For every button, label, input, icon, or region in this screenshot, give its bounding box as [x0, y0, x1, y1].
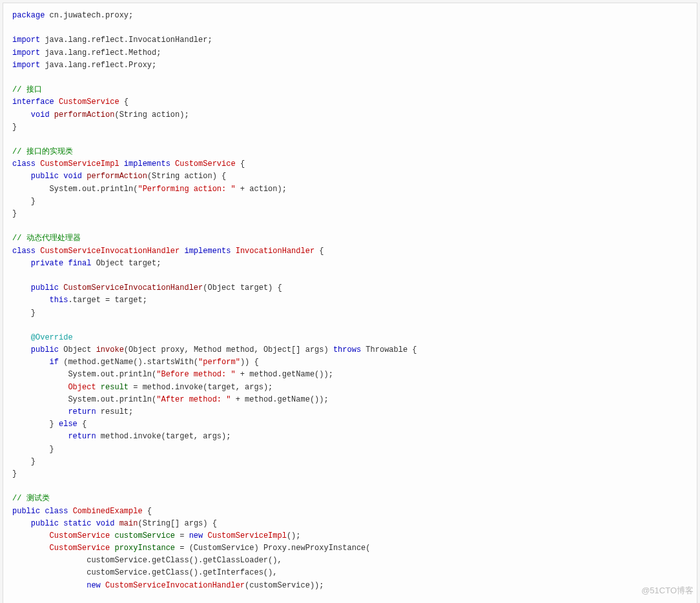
code-token: CustomServiceImpl	[207, 531, 286, 540]
code-token: private	[31, 259, 63, 268]
code-token: )) {	[240, 358, 259, 367]
code-token: class	[12, 247, 36, 256]
code-token	[12, 296, 50, 305]
code-token: System.out.println(	[12, 395, 156, 404]
code-token: main	[119, 519, 138, 528]
code-token: (String action);	[114, 110, 189, 119]
code-token: Object	[59, 345, 96, 354]
code-token: =	[175, 531, 189, 540]
code-token	[68, 507, 72, 516]
code-token: ();	[287, 531, 301, 540]
code-token: }	[12, 209, 17, 218]
code-token	[54, 97, 59, 107]
code-token: public	[12, 507, 40, 516]
code-token	[170, 159, 175, 169]
code-token	[12, 531, 50, 540]
code-token: performAction	[87, 172, 147, 181]
code-token: }	[12, 445, 54, 454]
code-token: void	[96, 519, 115, 528]
code-token: "After method: "	[156, 395, 231, 404]
code-token: }	[12, 457, 36, 466]
code-token	[12, 383, 68, 392]
code-token	[119, 159, 124, 169]
code-token: else	[59, 420, 77, 429]
code-token: if	[50, 358, 59, 367]
code-token: new	[189, 531, 203, 540]
code-token	[231, 247, 235, 256]
code-token: this	[50, 296, 68, 305]
code-token	[12, 432, 68, 441]
code-token: CustomService	[59, 97, 119, 107]
code-token: "perform"	[198, 358, 240, 367]
code-token: (Object target) {	[203, 283, 282, 292]
code-token: public	[31, 172, 59, 181]
code-token	[12, 581, 87, 590]
code-token: Object	[68, 383, 96, 392]
code-token: implements	[184, 247, 231, 256]
code-token: {	[119, 97, 129, 107]
code-token: void	[63, 172, 82, 181]
code-token: throws	[333, 345, 361, 354]
code-token	[12, 407, 68, 416]
code-token: + method.getName());	[231, 395, 328, 404]
code-token	[12, 110, 31, 119]
code-token: (customService));	[245, 581, 324, 590]
code-token: CustomService	[50, 531, 110, 540]
code-token	[12, 519, 31, 528]
code-token	[12, 345, 31, 354]
code-token: public	[31, 283, 59, 292]
code-token: return	[68, 407, 96, 416]
code-token: Object target;	[91, 259, 161, 268]
code-token: java.lang.reflect.Method;	[40, 48, 161, 57]
code-token: CustomServiceImpl	[40, 159, 119, 169]
code-token: }	[12, 420, 59, 429]
code-token: customService.getClass().getClassLoader(…	[12, 556, 282, 565]
code-token: CustomServiceInvocationHandler	[63, 283, 203, 292]
code-token: @Override	[31, 333, 73, 342]
code-token: {	[236, 159, 245, 169]
code-token: java.lang.reflect.Proxy;	[40, 61, 156, 70]
code-token: class	[45, 507, 68, 516]
code-token: = method.invoke(target, args);	[129, 383, 273, 392]
code-token: performAction	[54, 110, 115, 119]
code-token: (Object proxy, Method method, Object[] a…	[124, 345, 333, 354]
code-token: package	[12, 11, 45, 20]
code-token: cn.juwatech.proxy;	[45, 11, 133, 20]
code-token	[12, 358, 50, 367]
code-token: import	[12, 61, 40, 70]
code-token	[12, 544, 50, 553]
code-token: result	[101, 383, 129, 392]
code-token: void	[31, 110, 50, 119]
code-token: // 接口	[12, 85, 42, 94]
code-token: result;	[96, 407, 134, 416]
code-token: (method.getName().startsWith(	[59, 358, 198, 367]
code-token: }	[12, 469, 17, 478]
code-token: {	[77, 420, 87, 429]
code-token: "Before method: "	[156, 370, 235, 379]
code-token: invoke	[96, 345, 124, 354]
code-token	[96, 383, 101, 392]
code-token: interface	[12, 97, 54, 107]
code-token: customService.getClass().getInterfaces()…	[12, 568, 277, 577]
code-token: proxyInstance	[114, 544, 175, 553]
code-token: CombinedExample	[73, 507, 143, 516]
code-token: CustomService	[175, 159, 236, 169]
code-token: {	[143, 507, 152, 516]
code-token: }	[12, 309, 36, 318]
code-token: // 动态代理处理器	[12, 234, 81, 243]
code-token: public	[31, 519, 59, 528]
code-token: (String action) {	[147, 172, 226, 181]
code-token: InvocationHandler	[236, 247, 314, 256]
code-token: + method.getName());	[236, 370, 333, 379]
code-block: package cn.juwatech.proxy; import java.l…	[3, 3, 697, 603]
code-token: return	[68, 432, 96, 441]
code-token: "Performing action: "	[138, 185, 235, 194]
code-token	[101, 581, 105, 590]
code-token: Throwable {	[361, 345, 417, 354]
code-token: import	[12, 36, 40, 45]
code-token: System.out.println(	[12, 185, 138, 194]
code-token: + action);	[236, 185, 287, 194]
code-token: final	[68, 259, 91, 268]
code-token: implements	[124, 159, 170, 169]
code-token: CustomService	[50, 544, 110, 553]
